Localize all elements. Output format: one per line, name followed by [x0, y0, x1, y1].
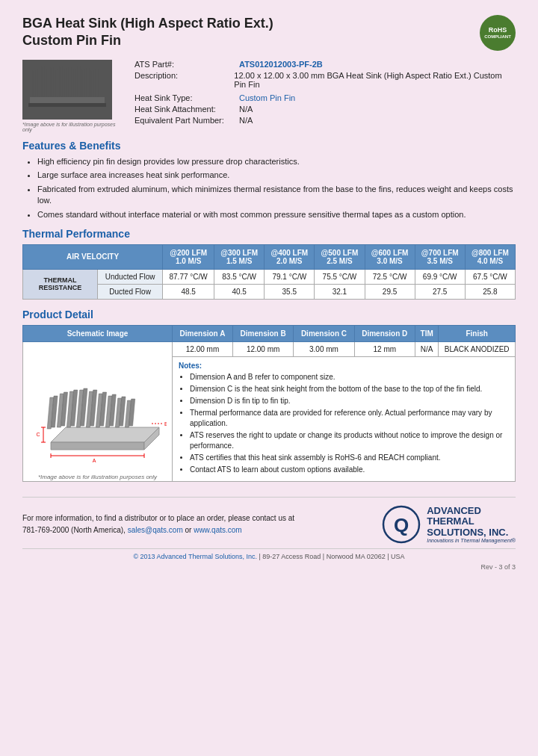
features-list: High efficiency pin fin design provides …	[37, 156, 516, 220]
col-700lfm: @700 LFM3.5 M/S	[415, 244, 465, 269]
unducted-flow-label: Unducted Flow	[98, 269, 163, 284]
svg-rect-6	[55, 70, 58, 97]
description-row: Description: 12.00 x 12.00 x 3.00 mm BGA…	[134, 71, 516, 89]
note-3: Dimension D is fin tip to fin tip.	[190, 396, 509, 406]
finish-value: BLACK ANODIZED	[439, 341, 516, 356]
image-caption: *Image above is for illustration purpose…	[22, 122, 120, 132]
footer-web-link[interactable]: www.qats.com	[194, 526, 241, 534]
unducted-800: 67.5 °C/W	[465, 269, 515, 284]
svg-rect-5	[51, 68, 53, 97]
footer-bottom: © 2013 Advanced Thermal Solutions, Inc. …	[22, 548, 516, 560]
footer-contact: For more information, to find a distribu…	[22, 512, 294, 536]
unducted-400: 79.1 °C/W	[265, 269, 315, 284]
unducted-flow-row: THERMAL RESISTANCE Unducted Flow 87.77 °…	[23, 269, 516, 284]
product-detail-heading: Product Detail	[22, 309, 516, 320]
notes-section: Notes: Dimension A and B refer to compon…	[179, 362, 509, 475]
page-number: Rev - 3 of 3	[22, 563, 516, 571]
ducted-flow-label: Ducted Flow	[98, 284, 163, 299]
ducted-200: 48.5	[163, 284, 214, 299]
description-label: Description:	[134, 71, 234, 89]
note-1: Dimension A and B refer to component siz…	[190, 372, 509, 382]
col-dim-a: Dimension A	[173, 325, 233, 341]
unducted-300: 83.5 °C/W	[214, 269, 265, 284]
footer-address: | 89-27 Access Road | Norwood MA 02062 |…	[259, 553, 404, 560]
note-5: ATS reserves the right to update or chan…	[190, 430, 509, 451]
svg-rect-16	[30, 97, 105, 103]
ats-tagline: Innovations in Thermal Management®	[427, 538, 516, 543]
ducted-300: 40.5	[214, 284, 265, 299]
svg-marker-19	[51, 442, 144, 450]
features-heading: Features & Benefits	[22, 140, 516, 152]
feature-item-1: High efficiency pin fin design provides …	[37, 156, 516, 167]
feature-item-4: Comes standard without interface materia…	[37, 209, 516, 220]
col-500lfm: @500 LFM2.5 M/S	[315, 244, 365, 269]
notes-title: Notes:	[179, 362, 509, 370]
col-dim-d: Dimension D	[354, 325, 415, 341]
ats-brand-name: ADVANCED THERMAL SOLUTIONS, INC.	[427, 506, 516, 538]
footer-top: For more information, to find a distribu…	[22, 497, 516, 544]
note-4: Thermal performance data are provided fo…	[190, 408, 509, 429]
heat-sink-type-row: Heat Sink Type: Custom Pin Fin	[134, 93, 516, 102]
unducted-700: 69.9 °C/W	[415, 269, 465, 284]
thermal-performance-heading: Thermal Performance	[22, 228, 516, 240]
heat-sink-attachment-value: N/A	[239, 105, 253, 114]
header-title: BGA Heat Sink (High Aspect Ratio Ext.) C…	[22, 15, 273, 50]
col-200lfm: @200 LFM1.0 M/S	[163, 244, 214, 269]
svg-text:B: B	[164, 421, 167, 427]
svg-rect-14	[91, 71, 93, 97]
ats-part-value: ATS012012003-PF-2B	[239, 60, 323, 69]
svg-rect-13	[87, 69, 89, 97]
note-7: Contact ATS to learn about custom option…	[190, 465, 509, 475]
ducted-500: 32.1	[315, 284, 365, 299]
note-2: Dimension C is the heat sink height from…	[190, 384, 509, 394]
svg-text:A: A	[93, 458, 96, 463]
svg-rect-1	[33, 71, 35, 97]
thermal-performance-section: Thermal Performance AIR VELOCITY @200 LF…	[22, 228, 516, 300]
title-line1: BGA Heat Sink (High Aspect Ratio Ext.)	[22, 16, 273, 31]
svg-rect-11	[78, 67, 80, 97]
part-details: ATS Part#: ATS012012003-PF-2B Descriptio…	[134, 60, 516, 132]
page: BGA Heat Sink (High Aspect Ratio Ext.) C…	[0, 0, 538, 578]
svg-rect-2	[37, 69, 40, 97]
dim-c-value: 3.00 mm	[294, 341, 354, 356]
svg-marker-18	[51, 427, 159, 442]
footer-contact-line2: 781-769-2000 (North America), sales@qats…	[22, 524, 294, 536]
col-tim: TIM	[415, 325, 438, 341]
rohs-compliant: COMPLIANT	[484, 34, 511, 40]
col-schematic: Schematic Image	[23, 325, 173, 341]
ats-logo: Q ADVANCED THERMAL SOLUTIONS, INC. Innov…	[382, 505, 516, 544]
product-detail-section: Product Detail Schematic Image Dimension…	[22, 309, 516, 482]
note-6: ATS certifies that this heat sink assemb…	[190, 453, 509, 463]
schematic-cell: A C B *Image above is for illustration p…	[23, 341, 173, 481]
description-value: 12.00 x 12.00 x 3.00 mm BGA Heat Sink (H…	[234, 71, 516, 89]
dim-b-value: 12.00 mm	[232, 341, 293, 356]
heat-sink-attachment-label: Heat Sink Attachment:	[134, 105, 239, 114]
svg-text:Q: Q	[394, 514, 409, 536]
air-velocity-header: AIR VELOCITY	[23, 244, 163, 269]
schematic-caption: *Image above is for illustration purpose…	[28, 474, 167, 480]
header: BGA Heat Sink (High Aspect Ratio Ext.) C…	[22, 15, 516, 51]
heatsink-illustration	[22, 60, 112, 120]
feature-item-2: Large surface area increases heat sink p…	[37, 170, 516, 181]
title-line2: Custom Pin Fin	[22, 33, 121, 48]
rohs-badge: RoHS COMPLIANT	[480, 15, 516, 51]
heat-sink-type-value: Custom Pin Fin	[239, 93, 295, 102]
notes-cell: Notes: Dimension A and B refer to compon…	[173, 356, 516, 481]
dim-a-value: 12.00 mm	[173, 341, 233, 356]
part-info-section: *Image above is for illustration purpose…	[22, 60, 516, 132]
col-finish: Finish	[439, 325, 516, 341]
rohs-text: RoHS	[489, 26, 507, 34]
copyright: © 2013 Advanced Thermal Solutions, Inc.	[133, 553, 257, 560]
thermal-resistance-label: THERMAL RESISTANCE	[23, 269, 98, 299]
ats-logo-text-block: ADVANCED THERMAL SOLUTIONS, INC. Innovat…	[427, 506, 516, 543]
product-detail-table: Schematic Image Dimension A Dimension B …	[22, 325, 516, 482]
footer-contact-line1: For more information, to find a distribu…	[22, 512, 294, 524]
svg-rect-8	[64, 69, 67, 97]
col-dim-c: Dimension C	[294, 325, 354, 341]
unducted-200: 87.77 °C/W	[163, 269, 214, 284]
heat-sink-type-label: Heat Sink Type:	[134, 93, 239, 102]
svg-rect-17	[28, 103, 106, 107]
features-section: Features & Benefits High efficiency pin …	[22, 140, 516, 220]
col-400lfm: @400 LFM2.0 M/S	[265, 244, 315, 269]
footer-email-link[interactable]: sales@qats.com	[128, 526, 183, 534]
